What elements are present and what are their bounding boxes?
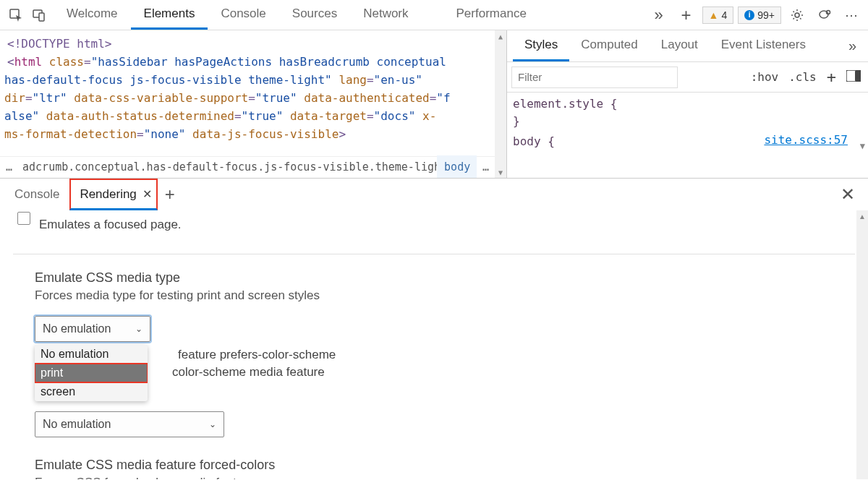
breadcrumb-ellipsis-2[interactable]: … [477,158,495,176]
svg-rect-2 [39,13,44,21]
new-style-icon[interactable]: + [827,68,836,86]
svg-point-3 [795,13,799,17]
drawer-tabs: Console Rendering ✕ + ✕ [0,179,868,210]
inspect-icon[interactable] [4,4,27,27]
tab-sources[interactable]: Sources [279,0,350,30]
main-tabs: Welcome Elements Console Sources Network… [54,0,540,30]
devtools-top-bar: Welcome Elements Console Sources Network… [0,0,868,30]
tab-console[interactable]: Console [208,0,278,30]
tab-elements[interactable]: Elements [131,0,208,30]
cls-toggle[interactable]: .cls [788,70,817,84]
top-right-controls: » + ▲ 4 i 99+ ⋯ [647,4,864,27]
styles-tabs: Styles Computed Layout Event Listeners » [507,30,868,62]
drawer-scrollbar[interactable]: ▲ [856,210,868,479]
chevron-down-icon: ⌄ [135,324,142,334]
messages-badge[interactable]: i 99+ [738,7,781,24]
breadcrumb-ellipsis[interactable]: … [0,158,18,176]
more-tabs-icon[interactable]: » [647,4,671,27]
info-icon: i [744,10,754,20]
more-icon[interactable]: ⋯ [841,4,864,27]
emulate-focus-row: Emulates a focused page. [13,210,855,233]
messages-count: 99+ [757,9,775,21]
device-toggle-icon[interactable] [27,4,51,27]
toggle-sidebar-icon[interactable] [846,70,861,85]
tab-performance[interactable]: Performance [443,0,540,30]
tab-event-listeners[interactable]: Event Listeners [710,30,817,61]
styles-more-icon[interactable]: » [843,38,862,54]
styles-rules[interactable]: element.style { } body { site.scss:57 ▼ [507,93,868,153]
feedback-icon[interactable] [813,4,836,27]
option-no-emulation[interactable]: No emulation [35,345,148,364]
svg-point-5 [827,10,830,14]
drawer-tab-console[interactable]: Console [4,179,69,210]
tab-welcome[interactable]: Welcome [54,0,131,30]
warning-icon: ▲ [709,9,719,21]
settings-icon[interactable] [786,4,809,27]
close-tab-icon[interactable]: ✕ [142,187,152,201]
emulate-focus-checkbox[interactable] [17,212,30,225]
media-type-select[interactable]: No emulation ⌄ [35,316,150,342]
breadcrumb-selected[interactable]: body [437,155,477,178]
scroll-down-icon[interactable]: ▼ [495,166,506,178]
add-tab-icon[interactable]: + [675,4,698,27]
dom-tree[interactable]: <!DOCTYPE html> <html class="hasSidebar … [0,30,506,178]
style-line: } [513,113,862,130]
drawer: Console Rendering ✕ + ✕ Emulates a focus… [0,178,868,479]
scroll-up-icon[interactable]: ▲ [856,210,868,222]
warnings-badge[interactable]: ▲ 4 [702,7,734,24]
option-print[interactable]: print [35,364,148,382]
forced-colors-title: Emulate CSS media feature forced-colors [13,458,855,473]
styles-filter-input[interactable] [511,67,678,88]
drawer-close-icon[interactable]: ✕ [841,184,855,205]
drawer-add-tab-icon[interactable]: + [158,184,182,205]
tab-layout[interactable]: Layout [650,30,710,61]
chevron-down-icon: ⌄ [209,419,216,429]
styles-pane: Styles Computed Layout Event Listeners »… [506,30,868,178]
media-type-dropdown: No emulation print screen [35,345,148,401]
media-type-subtitle: Forces media type for testing print and … [13,288,855,303]
media-type-title: Emulate CSS media type [13,254,855,286]
source-link[interactable]: site.scss:57 [764,132,848,149]
doctype: <!DOCTYPE html> [7,37,112,51]
rendering-panel: Emulates a focused page. Emulate CSS med… [0,210,868,479]
dom-scrollbar[interactable]: ▲ ▼ [495,30,506,178]
expand-icon[interactable]: ▼ [860,137,865,155]
tab-styles[interactable]: Styles [513,30,569,61]
tab-computed[interactable]: Computed [569,30,649,61]
tab-network[interactable]: Network [350,0,421,30]
prefers-color-scheme-sub-fragment: color-scheme media feature [172,365,325,380]
option-screen[interactable]: screen [35,382,148,401]
prefers-color-scheme-select[interactable]: No emulation ⌄ [35,411,224,437]
styles-filter-row: :hov .cls + [507,62,868,93]
dom-breadcrumb[interactable]: … adcrumb.conceptual.has-default-focus.j… [0,156,495,178]
scroll-up-icon[interactable]: ▲ [495,30,506,42]
forced-colors-subtitle: Forces CSS forced-colors media feature [13,476,855,479]
style-line: element.style { [513,95,862,113]
emulate-focus-desc: Emulates a focused page. [39,210,182,232]
drawer-tab-rendering[interactable]: Rendering ✕ [69,179,157,210]
main-panels: <!DOCTYPE html> <html class="hasSidebar … [0,30,868,178]
svg-rect-7 [855,70,861,82]
prefers-color-scheme-title-fragment: feature prefers-color-scheme [178,348,336,362]
breadcrumb-path[interactable]: adcrumb.conceptual.has-default-focus.js-… [18,158,437,176]
warning-count: 4 [721,9,727,21]
hov-toggle[interactable]: :hov [751,70,779,84]
